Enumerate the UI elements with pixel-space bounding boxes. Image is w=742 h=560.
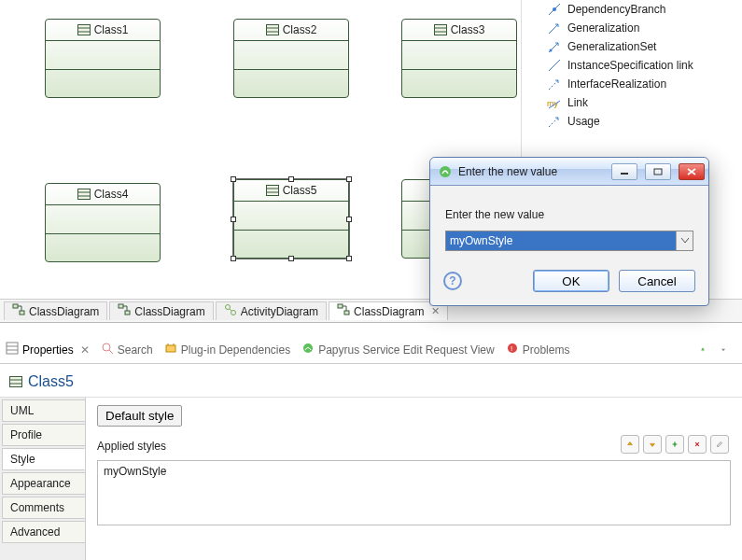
style-actions (621, 435, 729, 454)
papyrus-app-icon (438, 164, 453, 179)
ok-button[interactable]: OK (533, 270, 609, 292)
class-name: Class4 (94, 188, 129, 201)
category-tab-appearance[interactable]: Appearance (2, 472, 85, 495)
svg-rect-3 (266, 25, 278, 35)
view-tab-properties[interactable]: Properties✕ (6, 342, 90, 357)
default-style-button[interactable]: Default style (97, 405, 182, 427)
close-icon[interactable]: ✕ (80, 343, 90, 357)
style-list-item[interactable]: myOwnStyle (104, 465, 724, 478)
uml-class-class1[interactable]: Class1 (45, 19, 161, 98)
resize-handle[interactable] (231, 217, 236, 222)
chevron-down-icon[interactable] (676, 231, 693, 250)
move-up-button[interactable] (621, 435, 639, 454)
diagram-icon (12, 303, 25, 319)
search-icon (101, 342, 114, 357)
edit-style-button[interactable] (710, 435, 729, 454)
palette-item-interfacerealization[interactable]: InterfaceRealization (523, 75, 742, 93)
resize-handle[interactable] (231, 256, 236, 261)
add-style-button[interactable] (665, 435, 684, 454)
dash-arrow-icon (547, 77, 562, 91)
svg-rect-21 (13, 304, 18, 308)
close-tab-icon[interactable]: ✕ (431, 305, 440, 317)
class-icon (266, 24, 279, 35)
resize-handle[interactable] (288, 176, 294, 182)
resize-handle[interactable] (288, 256, 294, 261)
papyrus-icon (301, 342, 315, 357)
palette-label: GeneralizationSet (567, 40, 656, 53)
view-tab-plug-in-dependencies[interactable]: Plug-in Dependencies (164, 342, 290, 357)
palette-item-usage[interactable]: Usage (523, 112, 742, 131)
svg-rect-28 (344, 311, 349, 315)
value-input[interactable] (446, 231, 676, 250)
properties-header: Class5 (0, 366, 742, 398)
maximize-button[interactable] (645, 163, 671, 180)
resize-handle[interactable] (346, 176, 352, 182)
uml-class-class5[interactable]: Class5 (233, 179, 349, 259)
svg-rect-22 (20, 311, 24, 315)
palette-item-instancespecification-link[interactable]: InstanceSpecification link (523, 56, 742, 75)
arrow-open-set-icon (547, 39, 562, 54)
category-tab-comments[interactable]: Comments (2, 497, 85, 519)
plugin-icon (164, 342, 177, 357)
category-tabs: UMLProfileStyleAppearanceCommentsAdvance… (0, 398, 86, 560)
editor-tab-label: ClassDiagram (29, 305, 99, 318)
properties-icon (6, 342, 19, 357)
palette-item-generalization[interactable]: Generalization (523, 19, 742, 37)
svg-rect-9 (77, 189, 90, 200)
view-tab-label: Properties (22, 343, 74, 357)
dialog-titlebar[interactable]: Enter the new value (430, 158, 708, 186)
diagram-icon (118, 303, 131, 319)
category-tab-uml[interactable]: UML (2, 399, 85, 422)
svg-rect-23 (119, 304, 123, 308)
applied-styles-list[interactable]: myOwnStyle (97, 460, 731, 525)
uml-class-class2[interactable]: Class2 (233, 19, 349, 98)
minimize-button[interactable] (611, 163, 637, 180)
class-icon (77, 24, 91, 35)
dep-branch-icon (547, 2, 562, 17)
class-name: Class5 (283, 184, 317, 197)
editor-tab-2[interactable]: ActivityDiagram (216, 301, 327, 320)
editor-tab-0[interactable]: ClassDiagram (4, 301, 107, 320)
move-down-button[interactable] (643, 435, 662, 454)
class-name: Class1 (94, 23, 129, 36)
resize-handle[interactable] (231, 176, 236, 182)
view-toolbar (695, 343, 736, 357)
category-tab-style[interactable]: Style (2, 448, 85, 470)
svg-rect-12 (266, 186, 278, 196)
palette-item-dependencybranch[interactable]: DependencyBranch (523, 0, 742, 19)
resize-handle[interactable] (346, 256, 352, 261)
view-tab-papyrus-service-edit-request-view[interactable]: Papyrus Service Edit Request View (301, 342, 495, 357)
value-combobox[interactable] (445, 231, 693, 251)
close-button[interactable] (679, 163, 705, 180)
view-tab-label: Papyrus Service Edit Request View (318, 343, 495, 357)
svg-rect-42 (654, 169, 662, 175)
cancel-button[interactable]: Cancel (619, 270, 695, 292)
remove-style-button[interactable] (688, 435, 707, 454)
palette: DependencyBranchGeneralizationGeneraliza… (523, 0, 742, 151)
svg-rect-6 (434, 25, 446, 35)
category-tab-advanced[interactable]: Advanced (2, 521, 85, 543)
enter-value-dialog: Enter the new value Enter the new value … (429, 157, 709, 306)
dialog-prompt: Enter the new value (445, 208, 693, 221)
uml-class-class3[interactable]: Class3 (401, 19, 517, 98)
category-tab-profile[interactable]: Profile (2, 424, 85, 446)
view-tab-problems[interactable]: !Problems (506, 342, 570, 357)
category-content: Default style Applied styles myOwnStyle (86, 398, 742, 560)
class-icon (266, 185, 279, 196)
uml-class-class4[interactable]: Class4 (45, 183, 161, 262)
editor-tab-label: ClassDiagram (134, 305, 204, 318)
diagram-icon (337, 303, 350, 319)
pin-view-button[interactable] (695, 343, 710, 357)
palette-item-link[interactable]: myLink (523, 93, 742, 112)
view-menu-button[interactable] (716, 343, 731, 357)
class-name: Class2 (283, 23, 317, 36)
editor-tab-1[interactable]: ClassDiagram (109, 301, 213, 320)
palette-label: InterfaceRealization (567, 77, 666, 91)
svg-text:my: my (547, 99, 558, 108)
view-tab-search[interactable]: Search (101, 342, 153, 357)
resize-handle[interactable] (346, 217, 352, 222)
help-button[interactable]: ? (443, 272, 462, 290)
svg-rect-37 (10, 376, 22, 386)
palette-item-generalizationset[interactable]: GeneralizationSet (523, 37, 742, 56)
svg-rect-27 (338, 304, 343, 308)
